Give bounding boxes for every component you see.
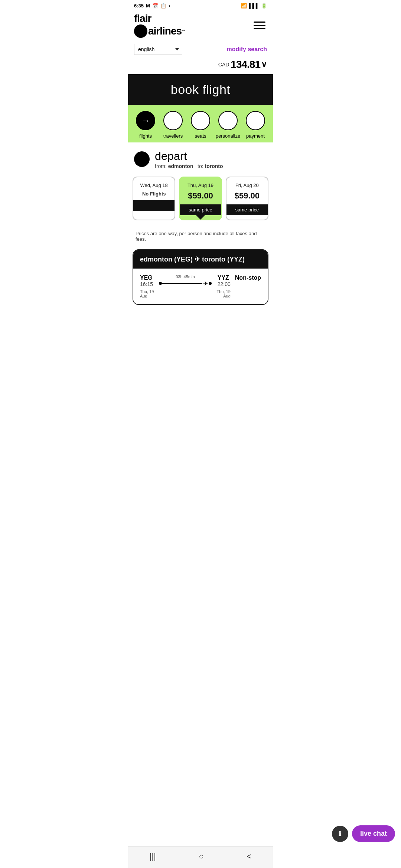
signal-icon: ▌▌▌ — [249, 3, 259, 9]
date-fri-price: $59.00 — [229, 191, 265, 201]
price-chevron-icon[interactable]: ∨ — [261, 60, 267, 69]
flight-dates-row: Thu, 19 Aug Thu, 19 Aug — [140, 289, 231, 298]
logo: flair airlines ™ — [134, 13, 185, 38]
logo-flair: flair — [134, 13, 151, 24]
hamburger-line-1 — [254, 22, 265, 23]
flight-airport-row: YEG 16:15 03h 45min ✈ YYZ 22:00 — [140, 274, 231, 287]
status-bar: 6:35 M 📅 📋 • 📶 ▌▌▌ 🔋 — [128, 0, 273, 10]
nonstop-label: Non-stop — [235, 274, 261, 281]
status-time: 6:35 — [134, 3, 144, 9]
depart-dot — [134, 151, 150, 167]
step-flights[interactable]: → — [136, 111, 155, 130]
step-label-personalize: personalize — [215, 133, 241, 139]
depart-from-label: from: — [155, 163, 167, 169]
step-payment[interactable] — [246, 111, 265, 130]
date-thu-label: Thu, Aug 19 — [183, 183, 218, 188]
spacer — [128, 311, 273, 341]
depart-section: depart from: edmonton to: toronto — [128, 142, 273, 174]
wifi-icon: 📶 — [241, 3, 247, 9]
book-flight-title: book flight — [171, 82, 231, 96]
arrival-code: YYZ — [218, 274, 231, 281]
modify-search-link[interactable]: modify search — [227, 46, 267, 53]
date-card-thu[interactable]: Thu, Aug 19 $59.00 same price — [179, 177, 222, 220]
date-card-wed[interactable]: Wed, Aug 18 No Flights — [133, 177, 175, 220]
price-amount: 134.81 — [231, 59, 260, 70]
header: flair airlines ™ — [128, 10, 273, 42]
date-cards: Wed, Aug 18 No Flights Thu, Aug 19 $59.0… — [128, 174, 273, 226]
price-note: Prices are one-way, per person and inclu… — [128, 226, 273, 249]
book-flight-banner: book flight — [128, 74, 273, 105]
controls-row: english français modify search — [128, 42, 273, 58]
step-label-payment: payment — [242, 133, 268, 139]
depart-to-label: to: — [198, 163, 203, 169]
duration-line-bar — [162, 283, 202, 284]
to-date: Thu, 19 Aug — [216, 289, 230, 298]
departure-time: 16:15 — [140, 281, 153, 287]
clipboard-icon: 📋 — [160, 3, 166, 9]
duration-label: 03h 45min — [176, 274, 195, 279]
dot-end-icon — [209, 282, 212, 285]
step-personalize[interactable] — [218, 111, 238, 130]
hamburger-menu[interactable] — [252, 20, 267, 31]
depart-route: from: edmonton to: toronto — [155, 163, 223, 169]
step-label-seats: seats — [188, 133, 213, 139]
date-card-wed-top: Wed, Aug 18 No Flights — [133, 177, 175, 200]
date-thu-bottom: same price — [180, 204, 221, 215]
flight-card-header: edmonton (YEG) ✈ toronto (YYZ) — [133, 250, 268, 269]
date-fri-bottom: same price — [226, 204, 268, 215]
flight-duration-bar: 03h 45min ✈ — [159, 274, 212, 287]
step-travellers[interactable] — [163, 111, 183, 130]
date-card-fri-top: Fri, Aug 20 $59.00 — [226, 177, 268, 204]
calendar-icon: 📅 — [152, 3, 158, 9]
date-thu-pointer — [196, 215, 205, 220]
flight-card-body: YEG 16:15 03h 45min ✈ YYZ 22:00 — [133, 269, 268, 304]
step-flights-icon: → — [141, 115, 150, 126]
depart-info: depart from: edmonton to: toronto — [155, 150, 223, 169]
steps-circles: → — [132, 111, 269, 130]
battery-icon: 🔋 — [261, 3, 267, 9]
arrival-info: YYZ 22:00 — [218, 274, 231, 287]
date-card-thu-top: Thu, Aug 19 $59.00 — [180, 177, 221, 204]
price-row: CAD 134.81 ∨ — [128, 58, 273, 74]
price-currency: CAD — [218, 62, 229, 68]
flight-times: YEG 16:15 03h 45min ✈ YYZ 22:00 — [140, 274, 231, 298]
price-note-text: Prices are one-way, per person and inclu… — [136, 231, 257, 242]
dot-start-icon — [159, 282, 162, 285]
status-right: 📶 ▌▌▌ 🔋 — [241, 3, 267, 9]
arrival-time: 22:00 — [218, 281, 231, 287]
hamburger-line-2 — [254, 25, 265, 26]
steps-bar: → flights travellers seats personalize p… — [128, 105, 273, 142]
date-fri-label: Fri, Aug 20 — [229, 183, 265, 188]
departure-info: YEG 16:15 — [140, 274, 153, 287]
depart-from-city: edmonton — [168, 163, 193, 169]
depart-title: depart — [155, 150, 223, 162]
step-seats[interactable] — [191, 111, 210, 130]
dot-icon: • — [169, 3, 170, 9]
gmail-icon: M — [146, 3, 150, 9]
duration-line: ✈ — [159, 280, 212, 287]
flight-route-text: edmonton (YEG) ✈ toronto (YYZ) — [140, 255, 245, 263]
depart-to-city: toronto — [205, 163, 223, 169]
logo-tm: ™ — [182, 29, 185, 33]
hamburger-line-3 — [254, 28, 265, 29]
date-thu-price: $59.00 — [183, 191, 218, 201]
plane-icon: ✈ — [203, 280, 208, 287]
flight-card[interactable]: edmonton (YEG) ✈ toronto (YYZ) YEG 16:15… — [133, 249, 268, 305]
status-left: 6:35 M 📅 📋 • — [134, 3, 170, 9]
date-wed-label: Wed, Aug 18 — [136, 183, 172, 188]
date-wed-no-flights: No Flights — [136, 191, 172, 197]
step-label-flights: flights — [133, 133, 159, 139]
steps-labels: flights travellers seats personalize pay… — [132, 133, 269, 139]
logo-airlines: airlines — [148, 25, 182, 37]
language-select[interactable]: english français — [134, 44, 182, 55]
logo-circle — [134, 24, 147, 38]
date-card-fri[interactable]: Fri, Aug 20 $59.00 same price — [226, 177, 268, 220]
departure-code: YEG — [140, 274, 153, 281]
from-date: Thu, 19 Aug — [140, 289, 154, 298]
date-wed-bottom — [133, 200, 175, 211]
step-label-travellers: travellers — [160, 133, 186, 139]
